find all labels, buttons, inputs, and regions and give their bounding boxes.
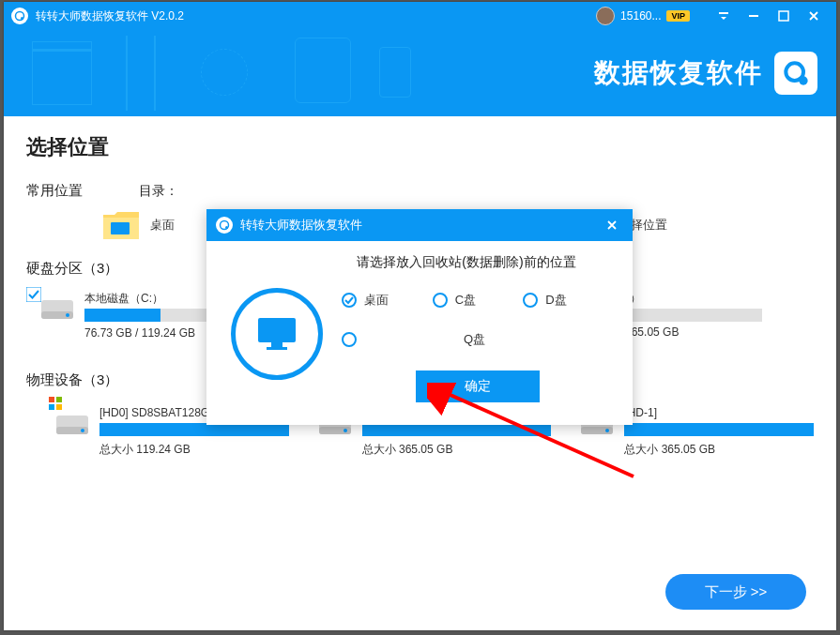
svg-rect-4 — [779, 11, 788, 21]
drive-icon — [54, 406, 90, 442]
svg-rect-38 — [271, 342, 283, 347]
svg-rect-16 — [49, 404, 54, 410]
svg-rect-39 — [267, 347, 287, 350]
banner: 数据恢复软件 — [4, 30, 836, 116]
location-label: 桌面 — [150, 217, 175, 234]
monitor-icon — [231, 288, 323, 380]
minimize-button[interactable] — [739, 2, 769, 30]
radio-desktop[interactable]: 桌面 — [342, 292, 433, 309]
dialog-close-button[interactable] — [601, 214, 623, 236]
phys-name: [HD-1] — [624, 406, 814, 419]
app-logo-icon — [11, 8, 28, 24]
svg-point-1 — [21, 17, 23, 20]
maximize-button[interactable] — [769, 2, 799, 30]
svg-point-6 — [799, 76, 807, 84]
svg-point-13 — [66, 313, 69, 317]
banner-title: 数据恢复软件 — [594, 55, 763, 91]
svg-rect-37 — [258, 318, 296, 342]
user-info[interactable]: 15160... VIP — [596, 7, 690, 25]
radio-d[interactable]: D盘 — [523, 292, 614, 309]
windows-icon — [49, 397, 62, 410]
vip-badge: VIP — [666, 10, 690, 22]
radio-q[interactable] — [342, 331, 432, 348]
svg-rect-2 — [719, 12, 728, 14]
dialog-title: 转转大师数据恢复软件 — [240, 217, 601, 234]
phys-bar — [362, 423, 552, 436]
common-location-label: 常用位置 — [26, 182, 139, 200]
svg-point-27 — [344, 429, 347, 432]
window-title: 转转大师数据恢复软件 V2.0.2 — [36, 8, 596, 24]
radio-label: C盘 — [455, 292, 476, 309]
phys-size: 总大小 365.05 GB — [362, 442, 552, 458]
folder-desktop-icon — [101, 209, 141, 241]
user-name: 15160... — [620, 9, 661, 23]
dialog-ok-button[interactable]: 确定 — [416, 370, 540, 402]
close-button[interactable] — [799, 2, 829, 30]
dialog-prompt: 请选择放入回收站(数据删除)前的位置 — [319, 254, 614, 271]
svg-rect-7 — [111, 222, 130, 234]
phys-bar — [99, 423, 289, 436]
app-logo-icon — [216, 217, 233, 234]
dir-label: 目录： — [139, 183, 178, 200]
svg-point-20 — [81, 429, 84, 432]
phys-bar — [624, 423, 814, 436]
check-icon — [26, 287, 41, 302]
dropdown-button[interactable] — [709, 2, 739, 30]
avatar — [596, 7, 615, 25]
radio-label: Q盘 — [464, 331, 485, 348]
next-button[interactable]: 下一步 >> — [665, 574, 806, 610]
svg-rect-3 — [749, 15, 758, 17]
svg-point-36 — [225, 226, 228, 229]
svg-rect-10 — [26, 287, 41, 302]
svg-rect-14 — [49, 397, 54, 402]
location-dialog: 转转大师数据恢复软件 请选择放入回收站(数据删除)前的位置 桌面 — [206, 209, 633, 425]
phys-size: 总大小 119.24 GB — [99, 442, 289, 458]
banner-logo-icon — [774, 52, 817, 95]
phys-size: 总大小 365.05 GB — [624, 442, 814, 458]
svg-point-34 — [605, 429, 609, 432]
radio-label: D盘 — [545, 292, 566, 309]
drive-icon — [39, 291, 75, 326]
page-title: 选择位置 — [26, 133, 814, 161]
radio-c[interactable]: C盘 — [433, 292, 524, 309]
svg-rect-17 — [56, 404, 62, 410]
radio-label: 桌面 — [364, 292, 389, 309]
svg-rect-15 — [56, 397, 62, 402]
